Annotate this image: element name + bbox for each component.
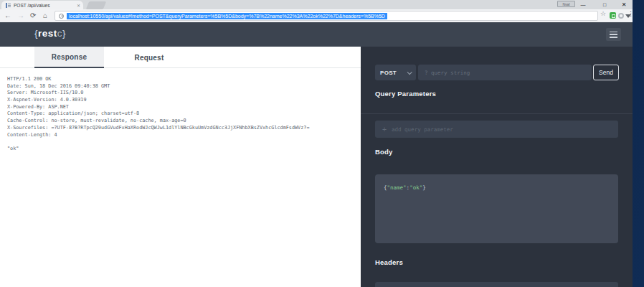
method-select[interactable]: POST <box>375 65 416 80</box>
send-button[interactable]: Send <box>593 65 619 80</box>
add-query-parameter-button[interactable]: + add query parameter <box>375 121 618 138</box>
bookmark-star-icon[interactable]: ☆ <box>600 10 606 17</box>
app-header: {restc} <box>0 22 633 47</box>
browser-tab[interactable]: POST /api/values ✕ <box>1 1 83 9</box>
browser-tab-strip: POST /api/values ✕ Nsal — □ ✕ <box>0 0 633 9</box>
forward-icon: → <box>17 11 24 21</box>
request-panel: POST Send Query Parameters + add query p… <box>361 47 633 287</box>
response-line: X-Sourcefiles: =?UTF-8?B?RTpcQ29udGVudFx… <box>7 125 351 132</box>
response-line: X-Powered-By: ASP.NET <box>7 104 351 111</box>
body-editor[interactable]: {"name":"ok"} <box>375 174 618 243</box>
app-logo: {restc} <box>34 28 66 39</box>
page-info-icon[interactable] <box>59 14 64 19</box>
json-key: "name" <box>387 184 407 191</box>
response-body: HTTP/1.1 200 OK Date: Sun, 18 Dec 2016 0… <box>7 76 351 153</box>
response-line: Server: Microsoft-IIS/10.0 <box>7 90 351 97</box>
section-title-query-parameters: Query Parameters <box>375 90 436 98</box>
response-line: "ok" <box>7 146 351 153</box>
add-header-button[interactable] <box>375 282 618 287</box>
new-tab-button[interactable] <box>86 1 106 9</box>
add-query-parameter-label: add query parameter <box>392 126 453 133</box>
section-title-body: Body <box>375 148 393 156</box>
response-line: Cache-Control: no-store, must-revalidate… <box>7 118 351 125</box>
response-line: Content-Length: 4 <box>7 132 351 139</box>
response-pane: Response Request HTTP/1.1 200 OK Date: S… <box>0 47 361 287</box>
home-icon[interactable]: ⌂ <box>43 11 47 21</box>
logo-rest: rest <box>38 28 57 39</box>
divider <box>361 113 633 114</box>
section-title-headers: Headers <box>375 258 403 266</box>
response-line: Content-Type: application/json; charset=… <box>7 110 351 118</box>
tab-response[interactable]: Response <box>34 47 104 68</box>
json-close-brace: } <box>422 184 426 191</box>
tab-close-icon[interactable]: ✕ <box>77 3 80 8</box>
window-minimize-button[interactable]: — <box>574 0 592 9</box>
response-line: Date: Sun, 18 Dec 2016 09:40:38 GMT <box>7 83 351 90</box>
back-icon[interactable]: ← <box>4 11 11 21</box>
tab-favicon-icon <box>6 3 11 8</box>
reload-icon[interactable]: ⟳ <box>30 11 36 21</box>
tab-request[interactable]: Request <box>120 47 178 68</box>
response-line: X-Aspnet-Version: 4.0.30319 <box>7 97 351 104</box>
app-tab-bar: Response Request <box>0 47 361 68</box>
plus-icon: + <box>382 126 387 133</box>
url-text: localhost:10550/api/values#!method=POST&… <box>67 13 387 19</box>
json-value: "ok" <box>409 184 422 191</box>
browser-toolbar: ← → ⟳ ⌂ localhost:10550/api/values#!meth… <box>0 9 633 22</box>
response-line: HTTP/1.1 200 OK <box>7 76 351 83</box>
window-maximize-button[interactable]: □ <box>595 0 614 9</box>
response-line <box>7 138 351 146</box>
address-bar[interactable]: localhost:10550/api/values#!method=POST&… <box>55 11 598 21</box>
menu-button[interactable] <box>606 28 621 41</box>
query-string-input[interactable] <box>418 65 592 80</box>
tab-title: POST /api/values <box>14 3 75 8</box>
profile-badge[interactable]: Nsal <box>557 1 575 7</box>
browser-menu-icon[interactable]: ⋮ <box>628 10 634 17</box>
browser-window: POST /api/values ✕ Nsal — □ ✕ ← → ⟳ ⌂ lo… <box>0 0 633 287</box>
method-value: POST <box>380 70 407 76</box>
chevron-down-icon <box>407 70 412 75</box>
logo-c: c <box>57 28 62 39</box>
window-close-button[interactable]: ✕ <box>615 0 633 9</box>
logo-close-brace: } <box>62 28 66 39</box>
desktop-wallpaper: POST /api/values ✕ Nsal — □ ✕ ← → ⟳ ⌂ lo… <box>0 0 644 287</box>
extension-green-icon[interactable] <box>610 12 616 19</box>
extension-circle-icon[interactable] <box>618 13 624 19</box>
